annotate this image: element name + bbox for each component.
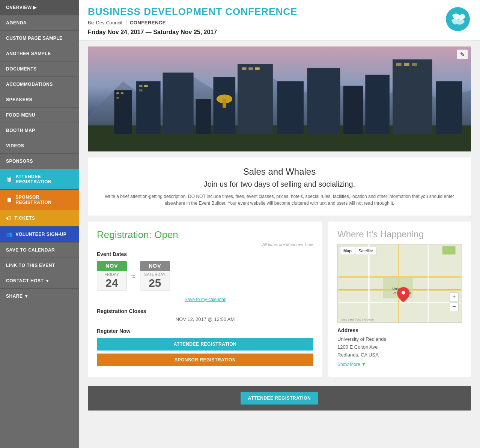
sidebar-item-sponsors[interactable]: SPONSORS [0,154,79,169]
share-label: SHARE ▼ [6,294,29,299]
svg-rect-17 [121,92,123,94]
svg-rect-25 [396,63,401,66]
bottom-attendee-reg-button[interactable]: ATTENDEE REGISTRATION [241,392,318,405]
svg-rect-4 [114,90,132,134]
svg-rect-33 [339,302,461,303]
show-more-button[interactable]: Show More ▼ [337,362,462,367]
map-zoom-out-button[interactable]: − [450,302,459,311]
sponsors-label: SPONSORS [6,159,33,164]
end-date-body: SATURDAY 25 [140,271,170,291]
show-more-label: Show More ▼ [337,362,366,367]
skyline-svg [88,46,471,151]
map-toolbar: Map Satellite [340,247,376,255]
description-subheading: Join us for two days of selling and soci… [100,180,459,189]
hero-image: ✎ [88,46,471,151]
address-line1: University of Redlands [337,336,386,342]
date-cards: NOV FRIDAY 24 to NOV SATURDAY 25 [97,261,313,291]
attendee-registration-button[interactable]: ATTENDEE REGISTRATION [97,338,313,351]
contact-host-label: CONTACT HOST ▼ [6,278,50,283]
tickets-label: TICKETS [15,216,35,221]
sidebar-item-agenda[interactable]: AGENDA [0,15,79,31]
svg-rect-27 [412,63,417,66]
sidebar-item-another-sample[interactable]: ANOTHER SAMPLE [0,46,79,61]
timezone-note: All times are Mountain Time [97,242,313,247]
map-zoom-controls: + − [450,292,459,311]
where-panel: Where It's Happening University [328,222,471,377]
sidebar-item-documents[interactable]: DOCUMENTS [0,61,79,77]
start-day-num: 24 [99,277,125,289]
svg-rect-20 [144,85,147,87]
description-body: Write a brief attention-getting descript… [100,193,459,207]
sidebar-item-custom-page[interactable]: CUSTOM PAGE SAMPLE [0,31,79,46]
another-sample-label: ANOTHER SAMPLE [6,51,51,56]
hero-edit-button[interactable]: ✎ [457,49,468,59]
end-month: NOV [140,261,170,271]
agenda-label: AGENDA [6,20,27,25]
svg-rect-11 [307,68,340,134]
sidebar-item-videos[interactable]: VIDEOS [0,138,79,154]
main-content: BUSINESS DEVELOPMENT CONFERENCE Biz Dev … [79,0,480,448]
map-zoom-in-button[interactable]: + [450,292,459,301]
address-title: Address [337,327,462,333]
svg-rect-36 [427,244,429,322]
where-heading: Where It's Happening [337,229,462,240]
map-svg: University of Redlands Map data ©2017 Go… [338,244,462,322]
booth-map-label: BOOTH MAP [6,128,35,133]
sidebar-item-food-menu[interactable]: FOOD MENU [0,108,79,123]
satellite-view-button[interactable]: Satellite [355,247,376,255]
custom-page-label: CUSTOM PAGE SAMPLE [6,36,63,41]
svg-rect-14 [393,59,432,134]
svg-text:Map data ©2017 Google: Map data ©2017 Google [341,318,374,321]
food-menu-label: FOOD MENU [6,112,35,118]
address-section: Address University of Redlands 1200 E Co… [337,327,462,367]
link-event-label: LINK TO THIS EVENT [6,263,55,268]
org-name: Biz Dev Council [88,20,122,25]
volunteer-label: VOLUNTEER SIGN-UP [16,232,67,237]
bottom-nav-bar: ATTENDEE REGISTRATION [88,386,471,411]
overview-label: OVERVIEW ▶ [6,5,37,10]
sidebar-item-booth-map[interactable]: BOOTH MAP [0,123,79,138]
org-logo [445,6,471,32]
sidebar-item-overview[interactable]: OVERVIEW ▶ [0,0,79,15]
sidebar-item-sponsor-reg[interactable]: 📋 SPONSOR REGISTRATION [0,190,79,210]
svg-rect-6 [163,73,194,134]
svg-rect-37 [442,246,456,255]
event-type: CONFERENCE [130,20,166,25]
sponsor-clipboard-icon: 📋 [6,197,13,203]
event-title: BUSINESS DEVELOPMENT CONFERENCE [88,6,297,18]
svg-rect-7 [196,99,211,134]
sidebar: OVERVIEW ▶ AGENDA CUSTOM PAGE SAMPLE ANO… [0,0,79,448]
svg-rect-22 [242,67,247,70]
address-line2: 1200 E Colton Ave [337,344,378,350]
map-view-button[interactable]: Map [340,247,355,255]
sponsor-reg-label: SPONSOR REGISTRATION [16,195,73,205]
save-calendar-link[interactable]: Save to my calendar [97,297,313,302]
sidebar-item-link-event[interactable]: LINK TO THIS EVENT [0,258,79,273]
date-card-start: NOV FRIDAY 24 [97,261,127,291]
divider: | [125,19,127,26]
svg-rect-15 [436,81,462,134]
clipboard-icon: 📋 [6,176,13,182]
start-day-name: FRIDAY [99,273,125,277]
sidebar-item-share[interactable]: SHARE ▼ [0,289,79,304]
svg-rect-10 [277,81,304,134]
svg-rect-24 [255,67,260,70]
registration-panel: Registration: Open All times are Mountai… [88,222,322,377]
date-card-end: NOV SATURDAY 25 [140,261,170,291]
sponsor-registration-button[interactable]: SPONSOR REGISTRATION [97,354,313,366]
sidebar-item-tickets[interactable]: 🏷 TICKETS [0,210,79,226]
svg-rect-16 [116,92,119,94]
speakers-label: SPEAKERS [6,97,32,102]
accommodations-label: ACCOMMODATIONS [6,82,53,87]
svg-rect-18 [116,97,119,99]
bottom-row: Registration: Open All times are Mountai… [88,222,471,377]
sidebar-item-save-calendar[interactable]: SAVE TO CALENDAR [0,243,79,258]
sidebar-item-volunteer[interactable]: 👥 VOLUNTEER SIGN-UP [0,226,79,243]
sidebar-item-accommodations[interactable]: ACCOMMODATIONS [0,77,79,92]
sidebar-item-attendee-reg[interactable]: 📋 ATTENDEE REGISTRATION [0,169,79,190]
svg-rect-26 [404,63,409,66]
sidebar-item-speakers[interactable]: SPEAKERS [0,92,79,108]
to-label: to [131,273,135,279]
sidebar-item-contact-host[interactable]: CONTACT HOST ▼ [0,273,79,289]
pencil-icon: ✎ [460,51,465,57]
